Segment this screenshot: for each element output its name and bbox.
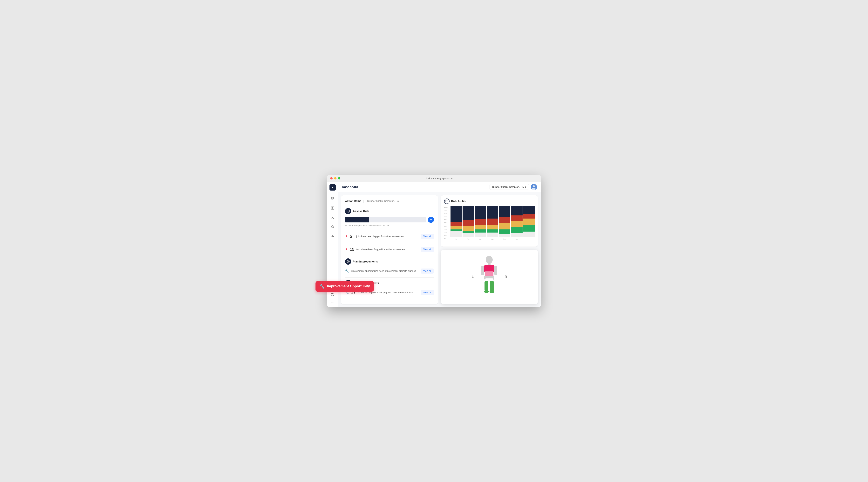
- traffic-light-red[interactable]: [330, 177, 333, 179]
- svg-rect-32: [446, 200, 448, 202]
- chart-bar-may: [499, 206, 510, 237]
- plan-improvements-header: Plan Improvements: [345, 258, 434, 265]
- plan-improvements-title: Plan Improvements: [353, 260, 378, 263]
- x-label-mar: Mar: [474, 238, 486, 240]
- body-left-label: L: [472, 275, 474, 279]
- chart-bar-feb: [463, 206, 474, 237]
- chart-bar-apr: [487, 206, 498, 237]
- action-items-title: Action Items: [345, 199, 361, 203]
- risk-profile-title: Risk Profile: [451, 200, 466, 203]
- svg-rect-45: [481, 265, 484, 275]
- improvement-opportunity-tooltip[interactable]: 🔧 Improvement Opportunity: [315, 281, 374, 292]
- body-right-label: R: [505, 275, 507, 279]
- svg-rect-46: [494, 265, 497, 275]
- x-label-j: J: [523, 238, 535, 240]
- chart-bar-jan: [451, 206, 462, 237]
- svg-rect-2: [331, 199, 332, 200]
- x-label-apr: Apr: [487, 238, 498, 240]
- view-all-scheduled-button[interactable]: View all: [421, 290, 434, 295]
- svg-point-43: [484, 290, 489, 293]
- add-assessment-button[interactable]: +: [428, 217, 434, 223]
- browser-url: industrial.ergo-plus.com: [342, 177, 538, 180]
- risk-profile-icon: [444, 199, 450, 204]
- body-diagram-card: L: [441, 250, 538, 304]
- svg-point-19: [333, 302, 334, 302]
- avatar[interactable]: [531, 184, 537, 190]
- flagged-jobs-item: ⚑ 5 jobs have been flagged for further a…: [345, 232, 434, 240]
- assess-risk-header: Assess Risk: [345, 208, 434, 214]
- view-all-tasks-button[interactable]: View all: [421, 247, 434, 252]
- x-label-jan: Jan: [450, 238, 462, 240]
- svg-rect-41: [485, 281, 488, 291]
- chart-y-axis: 100% 90% 80% 70% 60% 50% 40% 30% 20% 1: [444, 206, 448, 240]
- svg-rect-0: [331, 197, 332, 198]
- flagged-tasks-item: ⚑ 15 tasks have been flagged for further…: [345, 245, 434, 254]
- wrench-icon: 🔧: [345, 269, 349, 273]
- assess-risk-icon: [345, 208, 351, 214]
- progress-label: 30 out of 100 jobs have been assessed fo…: [345, 224, 434, 227]
- x-label-jun: Jun: [511, 238, 523, 240]
- svg-rect-42: [490, 281, 494, 291]
- svg-point-44: [490, 290, 494, 293]
- svg-point-8: [332, 216, 333, 217]
- svg-point-18: [332, 302, 333, 302]
- progress-container: +: [345, 217, 434, 223]
- sidebar-item-more[interactable]: [330, 300, 335, 305]
- flagged-tasks-text: tasks have been flagged for further asse…: [356, 248, 418, 251]
- sidebar-item-help[interactable]: [330, 292, 335, 297]
- browser-titlebar: industrial.ergo-plus.com: [327, 175, 541, 182]
- plan-improvements-icon: [345, 258, 351, 265]
- svg-point-21: [533, 185, 535, 187]
- risk-profile-card: Risk Profile 100% 90% 80% 70%: [441, 195, 538, 247]
- sidebar-logo: +: [330, 184, 336, 191]
- svg-point-17: [331, 302, 332, 302]
- human-body-figure: [477, 255, 501, 298]
- progress-bar-wrap: [345, 217, 426, 222]
- risk-profile-header: Risk Profile: [444, 199, 535, 204]
- sidebar-item-person[interactable]: [330, 215, 335, 220]
- x-label-may: May: [499, 238, 510, 240]
- svg-point-16: [332, 295, 333, 295]
- action-items-header: Action Items | Dunder Mifflin: Scranton,…: [345, 199, 434, 205]
- traffic-light-green[interactable]: [338, 177, 340, 179]
- x-label-feb: Feb: [463, 238, 474, 240]
- svg-rect-23: [347, 210, 349, 212]
- topbar: Dashboard Dunder Mifflin: Scranton, PA ▾: [338, 182, 541, 192]
- chart-bar-j: [523, 206, 535, 237]
- progress-bar-fill: [345, 217, 369, 222]
- view-all-improvements-button[interactable]: View all: [421, 268, 434, 274]
- location-label: Dunder Mifflin: Scranton, PA: [492, 186, 524, 189]
- sidebar-item-dashboard[interactable]: [330, 196, 335, 201]
- flag-tasks-icon: ⚑: [345, 248, 348, 251]
- improvement-opportunity-label: Improvement Opportunity: [327, 284, 370, 288]
- action-items-subtitle: Dunder Mifflin: Scranton, PA: [367, 199, 399, 202]
- sidebar-item-list[interactable]: [330, 205, 335, 211]
- chevron-down-icon: ▾: [525, 186, 526, 189]
- location-selector[interactable]: Dunder Mifflin: Scranton, PA ▾: [490, 184, 529, 190]
- svg-rect-36: [488, 263, 491, 265]
- traffic-light-yellow[interactable]: [334, 177, 337, 179]
- flag-jobs-icon: ⚑: [345, 234, 348, 238]
- flagged-jobs-text: jobs have been flagged for further asses…: [356, 235, 418, 238]
- improvement-opportunities-item: 🔧 improvement opportunities need improve…: [345, 267, 434, 275]
- chart-bar-mar: [475, 206, 486, 237]
- scheduled-text: scheduled improvement projects need to b…: [358, 291, 418, 294]
- improvement-wrench-icon: 🔧: [319, 284, 324, 289]
- assess-risk-title: Assess Risk: [353, 209, 369, 213]
- chart-x-axis: Jan Feb Mar Apr May Jun J: [450, 238, 535, 240]
- improvement-text: improvement opportunities need improveme…: [351, 270, 418, 273]
- page-title: Dashboard: [342, 185, 358, 189]
- svg-rect-3: [333, 199, 334, 200]
- chart-bar-jun: [511, 206, 522, 237]
- svg-point-35: [486, 256, 493, 264]
- sidebar-item-graduation[interactable]: [330, 224, 335, 229]
- flagged-jobs-count: 5: [350, 234, 354, 239]
- view-all-jobs-button[interactable]: View all: [421, 234, 434, 239]
- risk-chart-bars: [450, 206, 535, 237]
- svg-rect-1: [333, 197, 334, 198]
- sidebar-item-chart[interactable]: [330, 233, 335, 239]
- flagged-tasks-count: 15: [350, 247, 354, 252]
